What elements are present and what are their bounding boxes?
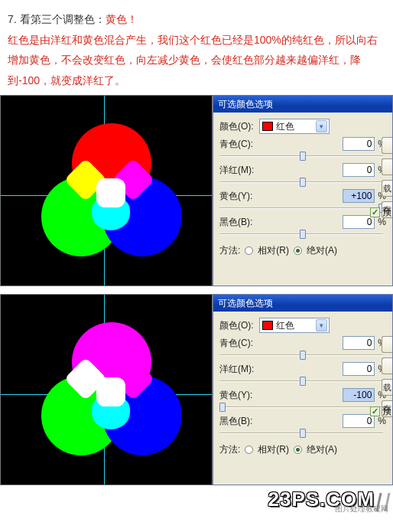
radio-relative[interactable] [245,246,253,255]
slider-magenta-track[interactable] [219,177,386,188]
color-swatch-red [262,321,273,330]
slider-yellow-track[interactable] [219,203,386,214]
slider-cyan-input[interactable] [343,336,375,350]
color-select-row: 颜色(O): 红色 ▾ [219,318,388,333]
radio-absolute-label: 绝对(A) [307,244,337,257]
preview-label: 预 [382,405,391,418]
color-select-label: 颜色(O): [219,120,259,133]
article-text: 7. 看第三个调整色：黄色！ 红色是由洋红和黄色混合产生，我们这个红色已经是10… [0,0,393,95]
watermark-bar: 23PS.COM 图片处理教程网 [0,485,393,513]
pen-icon [375,493,390,511]
article-line-1: 7. 看第三个调整色：黄色！ [8,9,385,30]
watermark-text: 23PS.COM [268,488,375,511]
slider-thumb[interactable] [300,178,306,187]
slider-black: 黑色(B): % [219,215,388,240]
slider-thumb[interactable] [300,429,306,438]
selective-color-dialog-2: 可选颜色选项 颜色(O): 红色 ▾ 青色(C): [213,294,393,485]
load-button[interactable]: 载 [382,180,392,197]
venn-diagram-1 [41,123,187,269]
canvas-area-1 [0,95,213,286]
watermark-subtext: 图片处理教程网 [335,504,388,513]
dialog-body: 颜色(O): 红色 ▾ 青色(C): % [213,312,392,485]
color-select[interactable]: 红色 ▾ [259,318,330,333]
method-label: 方法: [219,443,240,456]
article-line-2: 红色是由洋红和黄色混合产生，我们这个红色已经是100%的纯红色，所以向右增加黄色… [8,30,385,91]
slider-cyan-track[interactable] [219,151,386,162]
preview-checkbox[interactable]: ✓ [370,406,380,416]
method-label: 方法: [219,244,240,257]
color-select-row: 颜色(O): 红色 ▾ [219,119,388,134]
dialog-title: 可选颜色选项 [218,297,273,310]
slider-cyan-track[interactable] [219,350,386,361]
slider-cyan-label: 青色(C): [219,138,253,151]
slider-magenta-label: 洋红(M): [219,164,254,177]
slider-thumb[interactable] [300,230,306,239]
slider-thumb[interactable] [300,351,306,360]
slider-magenta-input[interactable] [343,163,375,177]
slider-black-track[interactable] [219,428,386,439]
slider-thumb[interactable] [219,403,226,412]
ok-button[interactable] [382,137,392,154]
selective-color-dialog-1: 可选颜色选项 颜色(O): 红色 ▾ 青色(C): [213,95,393,286]
slider-black-label: 黑色(B): [219,216,252,229]
slider-yellow-label: 黄色(Y): [219,389,252,402]
line1-emphasis: 黄色！ [106,13,138,25]
panels-container: 可选颜色选项 颜色(O): 红色 ▾ 青色(C): [0,95,393,485]
slider-yellow: 黄色(Y): % [219,189,388,214]
slider-magenta-label: 洋红(M): [219,363,254,376]
slider-cyan-input[interactable] [343,137,375,151]
overlap-white [96,377,125,406]
slider-magenta-input[interactable] [343,362,375,376]
watermark-logo: 23PS.COM [268,488,389,511]
cancel-button[interactable] [382,357,392,374]
radio-absolute[interactable] [294,446,302,454]
preview-checkbox[interactable]: ✓ [370,207,380,217]
slider-thumb[interactable] [300,152,306,161]
preview-check-row: ✓ 预 [370,405,391,418]
slider-yellow: 黄色(Y): % [219,388,388,413]
load-button[interactable]: 载 [382,379,392,396]
chevron-down-icon[interactable]: ▾ [316,120,327,132]
color-select-label: 颜色(O): [219,319,259,332]
slider-yellow-input[interactable] [343,388,375,402]
slider-thumb[interactable] [300,377,306,386]
color-select-value: 红色 [276,319,294,332]
method-row: 方法: 相对(R) 绝对(A) [219,244,388,257]
slider-cyan: 青色(C): % [219,137,388,162]
cancel-button[interactable] [382,158,392,175]
slider-cyan-label: 青色(C): [219,337,253,350]
radio-absolute-label: 绝对(A) [307,443,337,456]
canvas-area-2 [0,294,213,485]
radio-relative-label: 相对(R) [258,244,289,257]
venn-diagram-2 [41,322,187,468]
slider-yellow-track[interactable] [219,402,386,413]
color-swatch-red [262,122,273,131]
line1-prefix: 7. 看第三个调整色： [8,13,106,25]
slider-black: 黑色(B): % [219,414,388,439]
radio-relative-label: 相对(R) [258,443,289,456]
panel-row-1: 可选颜色选项 颜色(O): 红色 ▾ 青色(C): [0,95,393,286]
chevron-down-icon[interactable]: ▾ [316,319,327,331]
radio-relative[interactable] [245,446,253,454]
slider-magenta: 洋红(M): % [219,362,388,387]
color-select[interactable]: 红色 ▾ [259,119,330,134]
radio-absolute[interactable] [294,246,302,255]
slider-yellow-label: 黄色(Y): [219,190,252,203]
ok-button[interactable] [382,336,392,353]
preview-label: 预 [382,206,391,219]
dialog-title: 可选颜色选项 [218,98,273,111]
method-row: 方法: 相对(R) 绝对(A) [219,443,388,456]
slider-cyan: 青色(C): % [219,336,388,361]
slider-yellow-input[interactable] [343,189,375,203]
slider-black-track[interactable] [219,229,386,240]
preview-check-row: ✓ 预 [370,206,391,219]
slider-magenta: 洋红(M): % [219,163,388,188]
dialog-titlebar: 可选颜色选项 [213,295,392,312]
dialog-titlebar: 可选颜色选项 [213,96,392,113]
panel-row-2: 可选颜色选项 颜色(O): 红色 ▾ 青色(C): [0,294,393,485]
color-select-value: 红色 [276,120,294,133]
slider-black-label: 黑色(B): [219,415,252,428]
dialog-body: 颜色(O): 红色 ▾ 青色(C): % [213,113,392,286]
overlap-white [96,178,125,207]
slider-magenta-track[interactable] [219,376,386,387]
